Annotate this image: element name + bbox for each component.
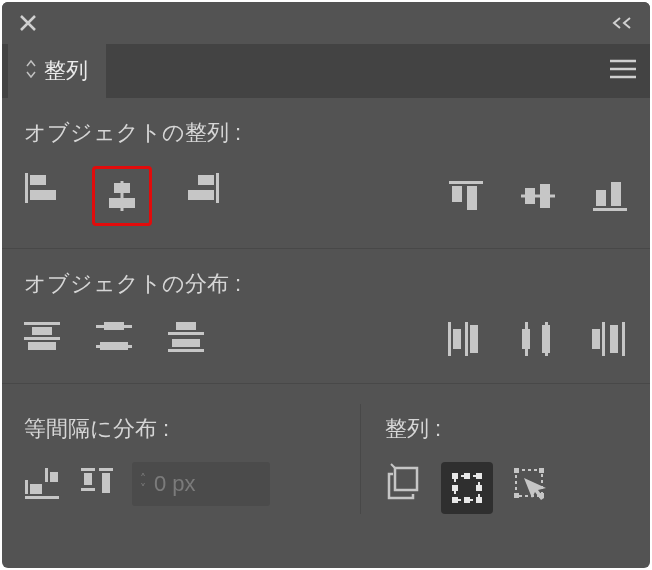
svg-rect-56 bbox=[476, 473, 482, 479]
svg-rect-29 bbox=[168, 349, 204, 352]
svg-rect-0 bbox=[25, 173, 28, 203]
svg-rect-66 bbox=[514, 493, 519, 498]
svg-rect-9 bbox=[449, 181, 483, 184]
svg-rect-45 bbox=[45, 468, 48, 482]
svg-rect-60 bbox=[464, 497, 470, 503]
align-vcenter-button[interactable] bbox=[516, 174, 560, 218]
svg-rect-41 bbox=[622, 322, 625, 356]
svg-rect-2 bbox=[30, 190, 56, 200]
dist-left-button[interactable] bbox=[444, 317, 488, 361]
svg-rect-49 bbox=[84, 473, 92, 485]
svg-rect-64 bbox=[514, 468, 519, 473]
svg-rect-35 bbox=[525, 322, 528, 356]
svg-rect-26 bbox=[176, 322, 196, 330]
svg-rect-11 bbox=[467, 186, 477, 210]
dist-right-button[interactable] bbox=[588, 317, 632, 361]
svg-rect-10 bbox=[452, 186, 462, 202]
spacing-section-label: 等間隔に分布 : bbox=[24, 414, 360, 444]
svg-rect-38 bbox=[592, 329, 600, 349]
svg-rect-14 bbox=[540, 184, 550, 208]
align-left-button[interactable] bbox=[20, 166, 64, 210]
step-down-icon[interactable]: ˅ bbox=[140, 485, 146, 493]
svg-rect-30 bbox=[448, 322, 451, 356]
svg-rect-55 bbox=[452, 473, 458, 479]
svg-rect-20 bbox=[24, 337, 60, 340]
spacing-value: 0 px bbox=[154, 471, 196, 497]
svg-rect-44 bbox=[25, 496, 59, 499]
svg-rect-61 bbox=[452, 485, 458, 491]
svg-rect-18 bbox=[24, 322, 60, 325]
distribute-section-label: オブジェクトの分布 : bbox=[24, 269, 632, 299]
align-to-artboard-button[interactable] bbox=[381, 462, 425, 506]
align-to-section-label: 整列 : bbox=[385, 414, 632, 444]
svg-rect-58 bbox=[476, 497, 482, 503]
space-horizontal-button[interactable] bbox=[20, 462, 64, 506]
svg-rect-6 bbox=[216, 173, 219, 203]
svg-rect-4 bbox=[114, 183, 130, 193]
svg-rect-53 bbox=[395, 468, 417, 490]
svg-rect-50 bbox=[99, 468, 113, 471]
svg-rect-65 bbox=[539, 468, 544, 473]
svg-rect-17 bbox=[611, 182, 621, 206]
svg-rect-57 bbox=[452, 497, 458, 503]
divider bbox=[2, 383, 650, 384]
svg-rect-27 bbox=[168, 332, 204, 335]
tab-row: 整列 bbox=[2, 44, 650, 98]
svg-rect-59 bbox=[464, 473, 470, 479]
svg-rect-54 bbox=[455, 476, 479, 500]
align-hcenter-button[interactable] bbox=[92, 166, 152, 226]
align-to-selection-button[interactable] bbox=[441, 462, 493, 514]
svg-rect-46 bbox=[50, 472, 58, 482]
space-vertical-button[interactable] bbox=[76, 462, 120, 506]
svg-rect-1 bbox=[30, 175, 46, 185]
svg-rect-32 bbox=[465, 322, 468, 356]
align-panel: 整列 オブジェクトの整列 : bbox=[2, 2, 650, 568]
svg-rect-37 bbox=[545, 322, 548, 356]
svg-rect-52 bbox=[81, 488, 95, 491]
close-icon[interactable] bbox=[14, 9, 42, 37]
dist-vcenter-button[interactable] bbox=[92, 317, 136, 361]
svg-rect-13 bbox=[525, 188, 535, 204]
dist-top-button[interactable] bbox=[20, 317, 64, 361]
panel-body: オブジェクトの整列 : bbox=[2, 98, 650, 568]
svg-rect-39 bbox=[602, 322, 605, 356]
align-to-key-object-button[interactable] bbox=[509, 462, 553, 506]
panel-titlebar bbox=[2, 2, 650, 44]
svg-rect-28 bbox=[172, 339, 200, 347]
bottom-row: 等間隔に分布 : ˄ ˅ 0 px bbox=[20, 404, 632, 514]
svg-rect-42 bbox=[25, 480, 28, 494]
svg-rect-48 bbox=[81, 468, 95, 471]
align-bottom-button[interactable] bbox=[588, 174, 632, 218]
dist-bottom-button[interactable] bbox=[164, 317, 208, 361]
dist-hcenter-button[interactable] bbox=[516, 317, 560, 361]
distribute-row bbox=[20, 317, 632, 361]
svg-rect-33 bbox=[470, 325, 478, 353]
svg-rect-21 bbox=[28, 342, 56, 350]
align-right-button[interactable] bbox=[180, 166, 224, 210]
svg-rect-62 bbox=[476, 485, 482, 491]
svg-rect-5 bbox=[109, 198, 135, 208]
align-section-label: オブジェクトの整列 : bbox=[24, 118, 632, 148]
collapse-icon[interactable] bbox=[610, 9, 638, 37]
svg-rect-51 bbox=[102, 473, 110, 493]
panel-menu-icon[interactable] bbox=[610, 59, 636, 83]
svg-rect-23 bbox=[96, 325, 132, 328]
svg-rect-43 bbox=[30, 484, 42, 494]
tab-label: 整列 bbox=[44, 56, 88, 86]
spacing-field[interactable]: ˄ ˅ 0 px bbox=[132, 462, 270, 506]
stepper-icon[interactable]: ˄ ˅ bbox=[140, 475, 146, 493]
tab-drag-icon bbox=[26, 58, 36, 84]
svg-rect-15 bbox=[593, 208, 627, 211]
svg-rect-19 bbox=[32, 327, 52, 335]
divider bbox=[2, 248, 650, 249]
align-top-button[interactable] bbox=[444, 174, 488, 218]
svg-rect-31 bbox=[453, 329, 461, 349]
svg-rect-8 bbox=[188, 190, 214, 200]
svg-rect-25 bbox=[96, 345, 132, 348]
svg-rect-16 bbox=[596, 190, 606, 206]
tab-align[interactable]: 整列 bbox=[8, 44, 106, 98]
svg-rect-40 bbox=[610, 325, 618, 353]
align-row bbox=[20, 166, 632, 226]
svg-rect-7 bbox=[198, 175, 214, 185]
